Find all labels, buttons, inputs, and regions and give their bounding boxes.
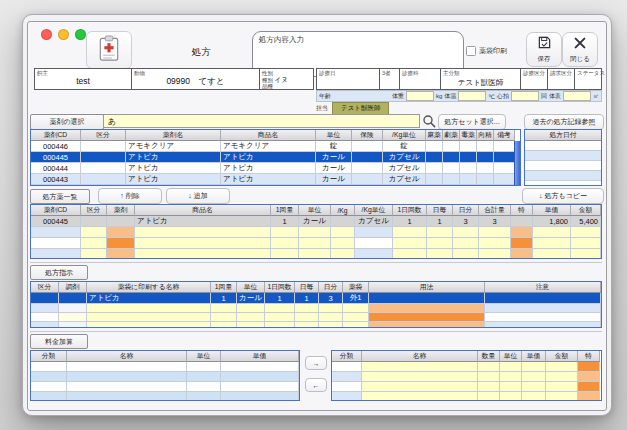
cell-amount[interactable]: 5,400 — [571, 216, 601, 227]
cell-name[interactable] — [362, 372, 478, 382]
cell-dose[interactable] — [211, 304, 237, 313]
cell-quantity[interactable] — [478, 392, 500, 401]
cell-per-day[interactable] — [295, 304, 319, 313]
cell-per-day[interactable] — [427, 249, 453, 259]
cell-amount[interactable] — [546, 382, 578, 392]
cell-product-name[interactable] — [135, 238, 271, 249]
cell-unit[interactable]: カール — [299, 216, 331, 227]
cell-drug[interactable] — [107, 227, 135, 238]
tab-rx-list[interactable]: 処方薬一覧 — [30, 189, 90, 204]
weight-input[interactable] — [406, 91, 434, 101]
magnifier-icon[interactable] — [422, 114, 436, 128]
cell-per-kg[interactable] — [331, 238, 355, 249]
cell-drug-cd[interactable]: 000445 — [31, 216, 81, 227]
cell-category[interactable] — [332, 392, 362, 401]
cell-dose[interactable] — [271, 227, 299, 238]
cell-times-per-day[interactable]: 1 — [393, 216, 427, 227]
drug-select-row[interactable]: 000444 アトピカ アトピカ カール カプセル — [31, 163, 515, 174]
cell-category[interactable] — [332, 372, 362, 382]
rx-set-select-button[interactable]: 処方セット選択... — [438, 114, 506, 130]
traffic-light-minimize-icon[interactable] — [58, 29, 69, 40]
cell-kubun[interactable] — [31, 304, 59, 313]
cell-per-kg[interactable] — [331, 249, 355, 259]
cell-print-name[interactable] — [87, 313, 211, 322]
cell-special[interactable] — [578, 362, 600, 372]
cell-dose[interactable]: 1 — [211, 293, 237, 304]
cell-usage[interactable] — [369, 293, 485, 304]
cell-times-per-day[interactable] — [393, 249, 427, 259]
cell-drug[interactable] — [107, 238, 135, 249]
cell-days[interactable] — [453, 238, 479, 249]
cell-special[interactable] — [578, 382, 600, 392]
save-button[interactable]: 保存 — [526, 32, 562, 67]
fee-applied-row[interactable] — [332, 392, 600, 401]
cell-total[interactable] — [479, 249, 511, 259]
cell-kubun[interactable] — [81, 227, 107, 238]
cell-unit-price[interactable] — [533, 238, 571, 249]
cell-unit[interactable]: カール — [237, 293, 265, 304]
cell-per-kg-unit[interactable] — [355, 238, 393, 249]
rx-history-row[interactable] — [525, 161, 601, 171]
fee-master-row[interactable] — [31, 382, 299, 392]
cell-unit[interactable] — [500, 392, 522, 401]
cell-unit[interactable] — [299, 238, 331, 249]
cell-amount[interactable] — [571, 238, 601, 249]
cell-bag[interactable] — [343, 304, 369, 313]
cell-name[interactable] — [362, 392, 478, 401]
fee-applied-row[interactable] — [332, 382, 600, 392]
cell-amount[interactable] — [571, 227, 601, 238]
cell-product-name[interactable] — [135, 227, 271, 238]
cell-unit-price[interactable] — [522, 392, 546, 401]
cell-print-name[interactable] — [87, 304, 211, 313]
cell-dose[interactable] — [271, 249, 299, 259]
fee-master-row[interactable] — [31, 372, 299, 382]
cell-bag[interactable]: 外1 — [343, 293, 369, 304]
cell-usage[interactable] — [369, 304, 485, 313]
move-left-button[interactable]: ← — [305, 378, 327, 392]
instruction-row[interactable]: アトピカ 1 カール 1 1 3 外1 — [31, 293, 601, 304]
cell-times-per-day[interactable] — [393, 238, 427, 249]
rx-history-row[interactable] — [525, 141, 601, 151]
tab-drug-select[interactable]: 薬剤の選択 — [30, 114, 104, 130]
cell-product-name[interactable]: アトピカ — [135, 216, 271, 227]
cell-special[interactable] — [578, 372, 600, 382]
cell-category[interactable] — [332, 382, 362, 392]
cell-unit[interactable] — [500, 382, 522, 392]
drug-select-row[interactable]: 000442 アトピカ アトピカ カール カプセル — [31, 185, 515, 186]
temperature-input[interactable] — [458, 91, 486, 101]
drug-select-row[interactable]: 000446 アモキクリア アモキクリア 錠 錠 — [31, 141, 515, 152]
fee-master-row[interactable] — [31, 362, 299, 372]
cell-drug[interactable] — [107, 216, 135, 227]
cell-amount[interactable] — [546, 362, 578, 372]
cell-caution[interactable] — [485, 304, 601, 313]
cell-unit[interactable] — [237, 313, 265, 322]
cell-bag[interactable] — [343, 322, 369, 328]
cell-unit-price[interactable] — [522, 362, 546, 372]
rx-history-row[interactable] — [525, 171, 601, 181]
cell-per-day[interactable]: 1 — [295, 293, 319, 304]
cell-unit-price[interactable] — [522, 372, 546, 382]
heart-rate-input[interactable] — [511, 91, 539, 101]
add-button[interactable]: ↓ 追加 — [166, 188, 230, 204]
instruction-row[interactable] — [31, 313, 601, 322]
cell-unit[interactable] — [237, 322, 265, 328]
body-surface-input[interactable] — [563, 91, 591, 101]
cell-unit-price[interactable] — [533, 227, 571, 238]
cell-per-kg-unit[interactable] — [355, 227, 393, 238]
cell-kubun[interactable] — [81, 216, 107, 227]
cell-total[interactable]: 3 — [479, 216, 511, 227]
cell-special[interactable] — [511, 227, 533, 238]
cell-times-per-day[interactable] — [265, 304, 295, 313]
cell-days[interactable] — [319, 304, 343, 313]
cell-per-day[interactable] — [427, 238, 453, 249]
cell-per-day[interactable]: 1 — [427, 216, 453, 227]
cell-kubun[interactable] — [31, 293, 59, 304]
delete-button[interactable]: ↑ 削除 — [98, 188, 162, 204]
cell-unit-price[interactable] — [522, 382, 546, 392]
cell-kubun[interactable] — [81, 249, 107, 259]
cell-dose[interactable] — [211, 313, 237, 322]
cell-per-kg-unit[interactable] — [355, 249, 393, 259]
rx-list-row[interactable] — [31, 238, 601, 249]
rx-history-row[interactable] — [525, 151, 601, 161]
cell-usage[interactable] — [369, 313, 485, 322]
